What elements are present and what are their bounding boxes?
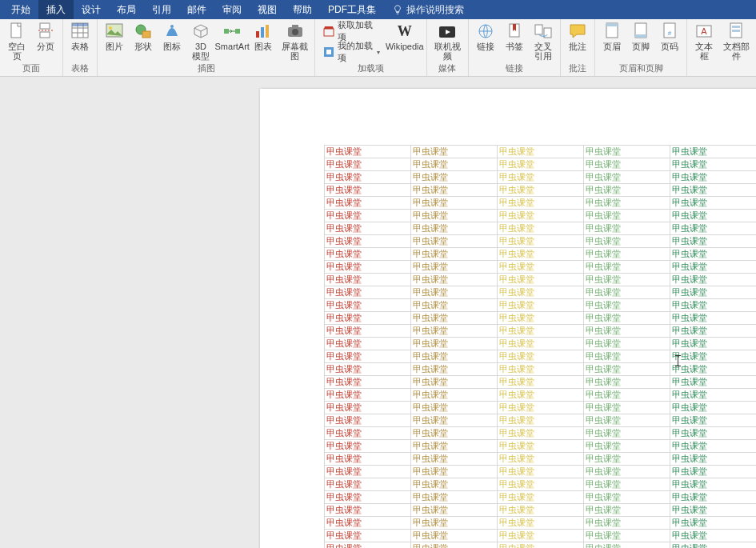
table-cell[interactable]: 甲虫课堂	[670, 350, 757, 363]
textbox-button[interactable]: A 文本框	[692, 21, 716, 61]
table-cell[interactable]: 甲虫课堂	[670, 248, 757, 261]
table-cell[interactable]: 甲虫课堂	[498, 350, 584, 363]
table-cell[interactable]: 甲虫课堂	[498, 414, 584, 427]
table-cell[interactable]: 甲虫课堂	[498, 478, 584, 491]
table-cell[interactable]: 甲虫课堂	[325, 530, 411, 542]
page-break-button[interactable]: 分页	[34, 21, 58, 51]
table-cell[interactable]: 甲虫课堂	[498, 222, 584, 235]
header-button[interactable]: 页眉	[600, 21, 624, 51]
table-cell[interactable]: 甲虫课堂	[325, 389, 411, 402]
table-cell[interactable]: 甲虫课堂	[498, 504, 584, 517]
table-cell[interactable]: 甲虫课堂	[325, 171, 411, 184]
table-cell[interactable]: 甲虫课堂	[411, 338, 498, 350]
docparts-button[interactable]: 文档部件	[721, 21, 751, 61]
table-cell[interactable]: 甲虫课堂	[411, 299, 498, 312]
table-cell[interactable]: 甲虫课堂	[498, 286, 584, 299]
document-area[interactable]: 甲虫课堂甲虫课堂甲虫课堂甲虫课堂甲虫课堂甲虫课堂甲虫课堂甲虫课堂甲虫课堂甲虫课堂…	[0, 77, 756, 548]
table-cell[interactable]: 甲虫课堂	[411, 222, 498, 235]
table-cell[interactable]: 甲虫课堂	[498, 530, 584, 542]
table-cell[interactable]: 甲虫课堂	[584, 440, 670, 453]
table-cell[interactable]: 甲虫课堂	[670, 261, 757, 274]
table-cell[interactable]: 甲虫课堂	[498, 197, 584, 210]
table-cell[interactable]: 甲虫课堂	[584, 261, 670, 274]
table-cell[interactable]: 甲虫课堂	[411, 363, 498, 376]
table-cell[interactable]: 甲虫课堂	[411, 312, 498, 325]
table-cell[interactable]: 甲虫课堂	[325, 248, 411, 261]
table-cell[interactable]: 甲虫课堂	[584, 235, 670, 248]
tab-review[interactable]: 审阅	[214, 0, 250, 19]
table-cell[interactable]: 甲虫课堂	[670, 542, 757, 549]
table-cell[interactable]: 甲虫课堂	[498, 299, 584, 312]
table-cell[interactable]: 甲虫课堂	[670, 299, 757, 312]
table-cell[interactable]: 甲虫课堂	[670, 286, 757, 299]
table-cell[interactable]: 甲虫课堂	[498, 274, 584, 286]
table-cell[interactable]: 甲虫课堂	[411, 158, 498, 171]
table-cell[interactable]: 甲虫课堂	[325, 478, 411, 491]
table-cell[interactable]: 甲虫课堂	[498, 389, 584, 402]
tab-insert[interactable]: 插入	[38, 0, 74, 19]
table-cell[interactable]: 甲虫课堂	[584, 517, 670, 530]
table-cell[interactable]: 甲虫课堂	[670, 274, 757, 286]
table-cell[interactable]: 甲虫课堂	[411, 389, 498, 402]
table-cell[interactable]: 甲虫课堂	[411, 504, 498, 517]
table-cell[interactable]: 甲虫课堂	[325, 466, 411, 478]
table-cell[interactable]: 甲虫课堂	[584, 197, 670, 210]
table-cell[interactable]: 甲虫课堂	[584, 248, 670, 261]
table-cell[interactable]: 甲虫课堂	[325, 235, 411, 248]
table-cell[interactable]: 甲虫课堂	[498, 542, 584, 549]
table-cell[interactable]: 甲虫课堂	[325, 542, 411, 549]
table-cell[interactable]: 甲虫课堂	[584, 389, 670, 402]
table-cell[interactable]: 甲虫课堂	[411, 530, 498, 542]
table-cell[interactable]: 甲虫课堂	[411, 453, 498, 466]
table-cell[interactable]: 甲虫课堂	[584, 402, 670, 414]
table-cell[interactable]: 甲虫课堂	[670, 197, 757, 210]
table-cell[interactable]: 甲虫课堂	[584, 363, 670, 376]
table-cell[interactable]: 甲虫课堂	[411, 427, 498, 440]
table-cell[interactable]: 甲虫课堂	[670, 427, 757, 440]
table-cell[interactable]: 甲虫课堂	[411, 376, 498, 389]
table-cell[interactable]: 甲虫课堂	[498, 338, 584, 350]
table-cell[interactable]: 甲虫课堂	[584, 453, 670, 466]
wikipedia-button[interactable]: W Wikipedia	[388, 21, 422, 51]
table-cell[interactable]: 甲虫课堂	[411, 517, 498, 530]
table-cell[interactable]: 甲虫课堂	[670, 158, 757, 171]
table-cell[interactable]: 甲虫课堂	[584, 491, 670, 504]
table-cell[interactable]: 甲虫课堂	[498, 491, 584, 504]
table-cell[interactable]: 甲虫课堂	[670, 504, 757, 517]
table-cell[interactable]: 甲虫课堂	[584, 171, 670, 184]
table-cell[interactable]: 甲虫课堂	[325, 491, 411, 504]
table-cell[interactable]: 甲虫课堂	[670, 222, 757, 235]
tab-help[interactable]: 帮助	[285, 0, 320, 19]
table-cell[interactable]: 甲虫课堂	[670, 146, 757, 158]
link-button[interactable]: 链接	[474, 21, 498, 51]
table-cell[interactable]: 甲虫课堂	[670, 363, 757, 376]
table-cell[interactable]: 甲虫课堂	[584, 158, 670, 171]
table-cell[interactable]: 甲虫课堂	[325, 517, 411, 530]
table-cell[interactable]: 甲虫课堂	[325, 402, 411, 414]
tab-start[interactable]: 开始	[3, 0, 38, 19]
table-cell[interactable]: 甲虫课堂	[411, 350, 498, 363]
table-cell[interactable]: 甲虫课堂	[411, 491, 498, 504]
table-cell[interactable]: 甲虫课堂	[498, 184, 584, 197]
blank-page-button[interactable]: 空白页	[5, 21, 29, 61]
smartart-button[interactable]: SmartArt	[218, 21, 246, 51]
table-cell[interactable]: 甲虫课堂	[670, 478, 757, 491]
table-cell[interactable]: 甲虫课堂	[325, 210, 411, 222]
table-cell[interactable]: 甲虫课堂	[670, 389, 757, 402]
table-cell[interactable]: 甲虫课堂	[411, 325, 498, 338]
table-cell[interactable]: 甲虫课堂	[584, 530, 670, 542]
table-cell[interactable]: 甲虫课堂	[325, 222, 411, 235]
table-cell[interactable]: 甲虫课堂	[584, 210, 670, 222]
table-cell[interactable]: 甲虫课堂	[498, 376, 584, 389]
table-cell[interactable]: 甲虫课堂	[584, 312, 670, 325]
table-cell[interactable]: 甲虫课堂	[498, 363, 584, 376]
table-cell[interactable]: 甲虫课堂	[325, 274, 411, 286]
table-cell[interactable]: 甲虫课堂	[325, 414, 411, 427]
table-cell[interactable]: 甲虫课堂	[584, 299, 670, 312]
table-cell[interactable]: 甲虫课堂	[670, 338, 757, 350]
tab-view[interactable]: 视图	[250, 0, 285, 19]
table-cell[interactable]: 甲虫课堂	[670, 402, 757, 414]
table-cell[interactable]: 甲虫课堂	[411, 146, 498, 158]
tab-pdf-tools[interactable]: PDF工具集	[320, 0, 384, 19]
table-cell[interactable]: 甲虫课堂	[670, 414, 757, 427]
